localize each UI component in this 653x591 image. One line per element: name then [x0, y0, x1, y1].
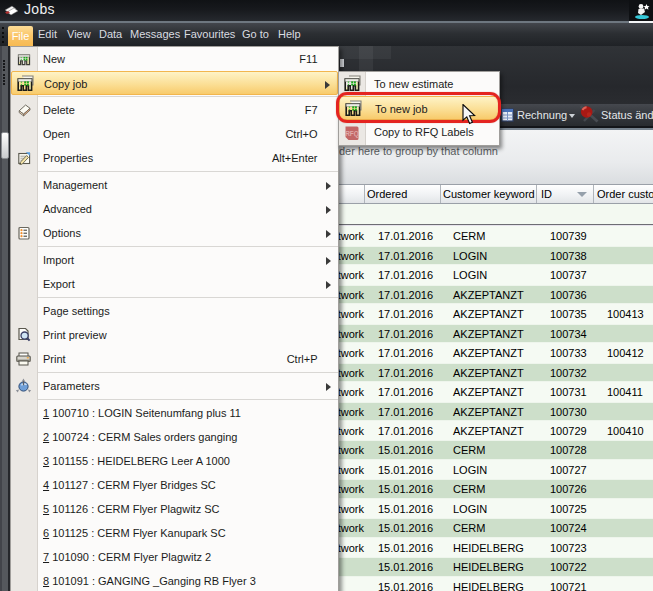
svg-text:RFQ: RFQ: [345, 130, 359, 138]
